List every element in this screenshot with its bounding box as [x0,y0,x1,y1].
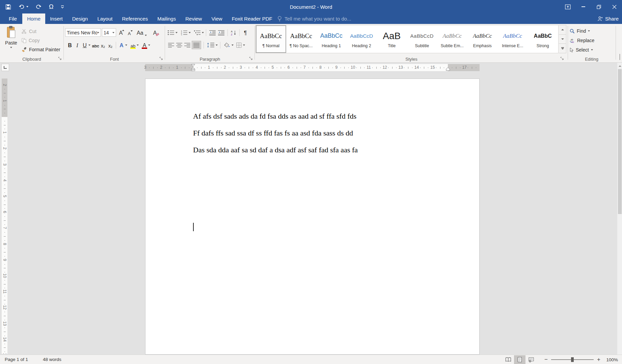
paste-dropdown-icon[interactable] [10,47,12,48]
ribbon-tab[interactable]: Home [22,13,45,24]
multilevel-list-button[interactable] [193,28,201,37]
align-left-button[interactable] [167,41,175,49]
replace-button[interactable]: abac Replace [570,36,594,44]
clear-formatting-button[interactable]: A [151,28,159,37]
style-item[interactable]: AaBbCc Emphasis [467,25,498,53]
line-spacing-button[interactable] [206,41,215,49]
vertical-scrollbar[interactable] [617,63,622,355]
paragraph[interactable]: Das sda dda aaf sa sd daf a dsa adf asf … [193,145,445,154]
numbering-button[interactable]: 123 [180,28,188,37]
ribbon-tab[interactable]: Review [181,13,207,24]
bullets-button[interactable] [167,28,175,37]
sort-button[interactable]: AZ [230,28,237,37]
tab-stop-selector[interactable] [1,64,9,71]
style-item[interactable]: AaBbCcD Heading 2 [347,25,377,53]
select-dropdown-icon[interactable] [591,49,593,51]
multilevel-list-dropdown-icon[interactable] [202,32,204,33]
select-button[interactable]: Select [570,46,593,54]
scrollbar-up-icon[interactable] [617,63,622,68]
document-text[interactable]: Af afs dsf sads ads da fd fsa dds as aad… [193,112,445,162]
web-layout-button[interactable] [525,355,537,364]
format-painter-button[interactable]: Format Painter [22,46,60,53]
styles-scroll-up-button[interactable] [559,25,566,35]
zoom-in-button[interactable]: + [594,355,603,364]
tab-file[interactable]: File [3,13,22,24]
style-item[interactable]: AaBbCc ¶ No Spac... [286,25,317,53]
hanging-indent-marker[interactable] [191,67,195,71]
decrease-indent-button[interactable] [208,28,217,37]
clipboard-dialog-launcher[interactable] [58,57,62,61]
find-dropdown-icon[interactable] [588,30,590,32]
underline-dropdown-icon[interactable] [88,44,90,46]
style-item[interactable]: AaB Title [377,25,407,53]
zoom-slider[interactable] [551,359,594,360]
style-item[interactable]: AaBbCc Intense E... [497,25,528,53]
v-ruler[interactable]: 21123456789101112131415 [2,79,7,354]
style-item[interactable]: AaBbCc Heading 1 [316,25,347,53]
line-spacing-dropdown-icon[interactable] [216,44,218,46]
collapse-ribbon-button[interactable] [620,54,620,60]
minimize-button[interactable] [575,0,591,13]
ribbon-tab[interactable]: Design [67,13,93,24]
styles-scroll-down-button[interactable] [559,35,566,44]
restore-button[interactable] [591,0,606,13]
font-color-dropdown-icon[interactable] [148,44,150,46]
underline-button[interactable]: U [81,41,88,49]
subscript-button[interactable]: x2 [99,41,107,49]
bold-button[interactable]: B [66,41,74,49]
change-case-button[interactable]: Aa [137,28,147,37]
ribbon-tab[interactable]: Mailings [153,13,181,24]
print-layout-button[interactable] [514,355,525,364]
grow-font-button[interactable]: A [117,28,125,37]
copy-button[interactable]: Copy [22,37,40,44]
first-line-indent-marker[interactable] [191,64,195,67]
shading-button[interactable] [223,41,231,49]
show-formatting-marks-button[interactable]: ¶ [242,28,249,37]
font-family-dropdown-icon[interactable] [97,32,99,33]
italic-button[interactable]: I [74,41,81,49]
style-item[interactable]: AaBbC Strong [528,25,558,53]
paragraph[interactable]: Af afs dsf sads ads da fd fsa dds as aad… [193,112,445,121]
font-dialog-launcher[interactable] [159,57,163,61]
strikethrough-button[interactable]: abc [92,41,99,49]
ribbon-tab[interactable]: View [207,13,227,24]
ribbon-tab[interactable]: Insert [45,13,67,24]
align-center-button[interactable] [175,41,183,49]
borders-button[interactable] [236,41,242,49]
scrollbar-thumb[interactable] [618,69,622,214]
ribbon-tab[interactable]: References [117,13,153,24]
caret-line[interactable] [193,223,194,232]
find-button[interactable]: Find [570,27,590,35]
zoom-level[interactable]: 100% [603,357,620,362]
zoom-slider-thumb[interactable] [571,357,574,362]
ribbon-tab[interactable]: Foxit Reader PDF [227,13,277,24]
borders-dropdown-icon[interactable] [243,44,245,46]
ribbon-tab[interactable]: Layout [92,13,117,24]
shrink-font-button[interactable]: A [126,28,133,37]
zoom-out-button[interactable]: − [542,355,550,364]
font-size-dropdown-icon[interactable] [112,32,114,33]
justify-button[interactable] [192,41,201,49]
style-item[interactable]: AaBbCcD Subtitle [407,25,437,53]
shading-dropdown-icon[interactable] [232,44,234,46]
font-family-combobox[interactable]: Times New Roman [65,28,101,37]
style-item[interactable]: AaBbCc Subtle Em... [437,25,467,53]
text-highlight-button[interactable]: ab [129,41,137,49]
style-item[interactable]: AaBbCc ¶ Normal [256,25,286,53]
share-button[interactable]: Share [598,13,619,24]
paste-button[interactable]: Paste [3,26,20,57]
styles-more-button[interactable] [559,44,566,53]
superscript-button[interactable]: x2 [107,41,114,49]
text-highlight-dropdown-icon[interactable] [137,44,139,46]
text-effects-dropdown-icon[interactable] [125,44,127,46]
paragraph[interactable]: Ff dafs ffs sad ssa df ss ffd fas fs aa … [193,128,445,138]
paragraph-dialog-launcher[interactable] [249,57,253,61]
page[interactable]: Af afs dsf sads ads da fd fsa dds as aad… [145,79,480,355]
increase-indent-button[interactable] [217,28,225,37]
page-count-status[interactable]: Page 1 of 1 [0,355,31,364]
word-count-status[interactable]: 48 words [39,355,65,364]
read-mode-button[interactable] [503,355,514,364]
close-button[interactable] [606,0,622,13]
numbering-dropdown-icon[interactable] [189,32,191,33]
font-color-button[interactable]: A [141,41,148,49]
